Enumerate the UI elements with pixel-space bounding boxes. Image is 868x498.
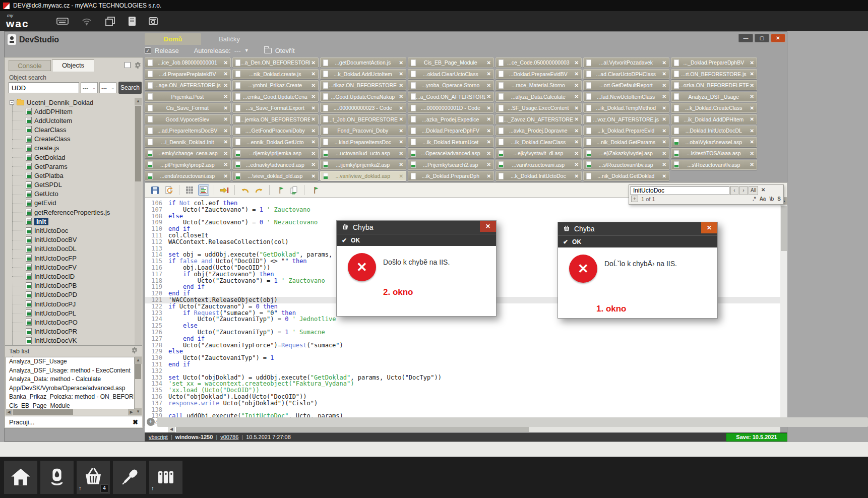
close-icon[interactable]: ✕ [224,139,228,145]
file-tab[interactable]: ...Doklad.PrepareDphFV✕ [408,126,494,136]
tree-item-InitUctoDocFV[interactable]: InitUctoDocFV [9,263,134,272]
close-icon[interactable]: ✕ [750,139,754,145]
tree-item-GetSPDL[interactable]: GetSPDL [9,180,134,190]
close-icon[interactable]: ✕ [662,162,666,167]
file-tab[interactable]: ...rikaz.ON_BEFORESTORE✕ [320,80,406,90]
tree-item-CreateClass[interactable]: CreateClass [9,135,134,144]
close-icon[interactable]: ✕ [575,83,579,88]
tree-item-getReferenceProperties.js[interactable]: getReferenceProperties.js [9,208,134,217]
file-tab[interactable]: ...ice_Job.080000000001✕ [145,57,231,68]
close-icon[interactable]: ✕ [750,83,754,88]
release-button[interactable]: ✓Release [145,47,179,54]
file-tab[interactable]: ...jemka.ON_BEFORESTORE✕ [232,114,319,125]
close-icon[interactable]: ✕ [575,128,579,134]
file-tab[interactable]: ...uctovani\ud_ucto.asp✕ [320,148,406,158]
file-tab[interactable]: ...yrobni_Prikaz.Create✕ [232,80,319,90]
close-icon[interactable]: ✕ [312,105,316,111]
file-tab[interactable]: ...ik_Doklad.ClearClass✕ [495,137,582,147]
file-tab[interactable]: ...s\Rozuctovani\fv.asp✕ [671,160,757,170]
file-tab[interactable]: Prijemka.Post✕ [145,92,231,102]
file-tab[interactable]: ...Doklad.InitUctoDocDL✕ [671,126,757,136]
close-icon[interactable]: ✕ [487,83,491,88]
close-icon[interactable]: ✕ [399,139,403,145]
tree-item-create.js[interactable]: create.js [9,144,134,153]
close-icon[interactable]: ✕ [312,128,316,134]
file-tab[interactable]: ...oklad.ClearUctoClass✕ [408,69,494,79]
tab-list-vscrollbar[interactable]: ▲ ▼ [135,357,142,415]
close-icon[interactable]: ✕ [575,151,579,156]
close-icon[interactable]: ✕ [750,128,754,134]
list-item[interactable]: Banka_Prikaz_Polozka: method - ON_BEFORE… [6,393,134,402]
tab-list-hscrollbar[interactable]: ◀ ▶ [6,409,135,415]
file-tab[interactable]: ...Prijemky\search2.asp✕ [408,160,494,170]
close-icon[interactable]: ✕ [575,173,579,179]
list-item[interactable]: Analyza_DSF_Usage [6,357,134,366]
scrollbar-thumb[interactable] [176,426,529,432]
close-icon[interactable]: ✖ [133,418,138,426]
close-icon[interactable]: ✕ [399,105,403,111]
close-icon[interactable]: ✕ [399,116,403,122]
file-tab[interactable]: ...nik_Doklad.GetDoklad✕ [583,171,669,181]
find-option-toggle[interactable]: Aa [760,196,766,202]
close-icon[interactable]: ✕ [750,94,754,99]
file-tab[interactable]: Analyza_DSF_Usage✕ [671,92,757,102]
close-icon[interactable]: ✕ [399,94,403,99]
flag2-icon[interactable] [309,184,320,196]
file-tab[interactable]: Fond_Pracovni_Doby✕ [320,126,406,136]
file-tab[interactable]: ...Good.UpdateCenaNakup✕ [320,92,406,102]
close-icon[interactable]: ✕ [662,94,666,99]
find-next-button[interactable]: › [739,186,748,195]
wifi-icon[interactable] [81,17,93,26]
file-tab[interactable]: ...\view_doklad_old.asp✕ [232,171,319,181]
insert-row-icon[interactable] [219,184,230,196]
find-prev-button[interactable]: ‹ [730,186,738,195]
close-icon[interactable]: ✕ [701,222,717,233]
file-tab[interactable]: ...ce_Code.050000000003✕ [495,57,582,68]
file-tab[interactable]: ...s\Rozuctovani\bv.asp✕ [583,160,669,170]
file-tab[interactable]: ...yroba_Operace.Storno✕ [408,80,494,90]
tree-item-InitUctoDocPJ[interactable]: InitUctoDocPJ [9,299,134,308]
file-tab[interactable]: Good.VypocetSlev✕ [145,114,231,125]
tree-item-GetPlatba[interactable]: GetPlatba [9,171,134,180]
tree-item-InitUctoDocPD[interactable]: InitUctoDocPD [9,290,134,299]
tree-item-InitUctoDocPL[interactable]: InitUctoDocPL [9,308,134,318]
file-tab[interactable]: ...ort.GetDefaultReport✕ [583,80,669,90]
close-icon[interactable]: ✕ [399,83,403,88]
file-tab[interactable]: ...emka_Good.UpdateCena✕ [232,92,319,102]
close-icon[interactable]: ✕ [662,128,666,134]
file-tab[interactable]: ...d.PreparePreplatekBV✕ [145,69,231,79]
close-icon[interactable]: ✕ [750,116,754,122]
ok-button[interactable]: ✔ OK [337,234,496,246]
file-tab[interactable]: ...a_Good.ON_AFTERSTORE✕ [408,92,494,102]
dialog-titlebar[interactable]: Chyba ✕ [558,222,717,235]
scroll-down-icon[interactable]: ▼ [135,408,142,415]
list-item[interactable]: Analyza_DSF_Usage: method - ExecContent [6,366,134,376]
file-tab[interactable]: ...lad.NewUctoItemClass✕ [583,92,669,102]
close-icon[interactable]: ✕ [399,151,403,156]
list-view-icon[interactable] [198,184,209,196]
basket-icon[interactable]: ↑ 4 [77,461,110,494]
undo-icon[interactable] [239,184,251,196]
file-tab[interactable]: ...ik_Doklad.ReturnUcet✕ [408,137,494,147]
close-icon[interactable]: ✕ [224,71,228,77]
find-option-toggle[interactable]: S [777,196,781,202]
find-option-toggle[interactable]: .* [753,196,756,202]
close-icon[interactable]: ✕ [224,116,228,122]
tree-item-GetParams[interactable]: GetParams [9,162,134,171]
close-icon[interactable]: ✕ [399,128,403,134]
file-tab[interactable]: ...i_Dennik_Doklad.Init✕ [145,137,231,147]
refresh-icon[interactable] [163,184,174,196]
close-icon[interactable]: ✕ [662,71,666,77]
file-tab[interactable]: ...vani\rozuctovani.asp✕ [495,160,582,170]
find-close-icon[interactable]: ✕ [759,186,767,195]
close-icon[interactable]: ✕ [480,221,496,232]
file-tab[interactable]: ....GetFondPracovniDoby✕ [232,126,319,136]
list-item[interactable]: App/DevSK/Vyroba/Operace/advanced.asp [6,384,134,393]
close-icon[interactable]: ✕ [662,116,666,122]
open-button[interactable]: Otevřít [264,47,295,54]
file-tab[interactable]: ...Operace\advanced.asp✕ [408,148,494,158]
close-icon[interactable]: ✕ [399,60,403,66]
close-icon[interactable]: ✕ [750,162,754,167]
file-tab[interactable]: ...race_Material.Storno✕ [495,80,582,90]
document-icon[interactable] [128,16,136,26]
